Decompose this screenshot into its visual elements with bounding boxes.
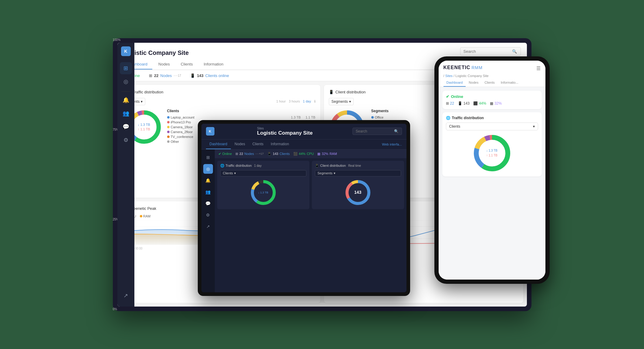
phone-stat-cpu: ⬛ 44% <box>473 101 486 106</box>
phone-check-icon: ✔ <box>446 94 449 99</box>
tablet-sidebar-export[interactable]: ↗ <box>203 222 213 231</box>
search-icon: 🔍 <box>512 49 517 54</box>
phone-ram-icon: ▦ <box>490 101 493 106</box>
phone-menu-icon[interactable]: ☰ <box>536 65 541 71</box>
tablet-status-ram: ▦ 32% RAM <box>317 152 337 156</box>
tablet-search-input[interactable] <box>356 129 392 133</box>
traffic-card-title: Traffic distribution <box>133 90 164 94</box>
segment-dot <box>371 116 374 119</box>
tablet-screen: K Sites Logistic Company Site 🔍 Dashboar… <box>201 124 406 292</box>
tablet-title: Logistic Company Site <box>257 130 312 136</box>
clients-label[interactable]: Clients online <box>205 73 229 78</box>
tablet-sidebar-bell[interactable]: 🔔 <box>203 176 213 185</box>
phone-status-online: ✔ Online <box>446 94 538 99</box>
sidebar-icon-chat[interactable]: 💬 <box>120 121 132 133</box>
tablet-logo: K <box>206 127 214 136</box>
tablet-sidebar-users[interactable]: 👥 <box>203 187 213 197</box>
tablet-traffic-subtitle: 1 day <box>254 164 261 167</box>
tab-information[interactable]: Information <box>199 59 228 69</box>
keenetic-title: Keenetic Peak <box>131 206 157 211</box>
nodes-icon: ⊞ <box>149 73 152 78</box>
tablet-title-area: Sites Logistic Company Site <box>257 127 312 136</box>
tablet-sidebar-dashboard[interactable]: ⊞ <box>203 153 213 162</box>
tab-nodes[interactable]: Nodes <box>153 59 175 69</box>
phone-tab-info[interactable]: Informatio... <box>498 79 521 87</box>
time-tabs: 1 hour 3 hours 1 day ℹ <box>276 99 315 103</box>
tablet-web-interface[interactable]: Web interfa... <box>382 143 402 146</box>
desktop-search-box[interactable]: 🔍 <box>460 47 521 55</box>
phone-device: KEENETIC RMM ☰ / Sites / Logistic Compan… <box>434 56 550 284</box>
chevron-down-icon: ▾ <box>349 99 351 104</box>
tablet-segments-select[interactable]: Segments ▾ <box>315 170 401 176</box>
phone-tab-clients[interactable]: Clients <box>481 79 498 87</box>
tablet-search[interactable]: 🔍 <box>352 128 402 135</box>
phone-sites-link[interactable]: Sites <box>445 74 453 78</box>
tablet-sidebar-monitor[interactable]: ◎ <box>203 164 213 174</box>
phone-tab-dashboard[interactable]: Dashboard <box>443 79 466 87</box>
sidebar-icon-monitor[interactable]: ◎ <box>120 76 132 88</box>
tablet-client-subtitle: Real time <box>348 164 361 167</box>
segments-select[interactable]: Segments ▾ <box>329 98 354 105</box>
phone-tab-nodes[interactable]: Nodes <box>466 79 481 87</box>
time-1d[interactable]: 1 day <box>303 99 311 103</box>
info-icon: ℹ <box>314 99 315 103</box>
tablet-clients-label: Clients <box>279 152 290 156</box>
phone-nodes-count: 22 <box>450 101 454 106</box>
tablet-client-dist-icon: 📱 <box>315 164 319 168</box>
client-dist-title: Client distribution <box>335 90 366 94</box>
tablet-sidebar-settings[interactable]: ⚙ <box>203 210 213 220</box>
phone-breadcrumb: / Sites / Logistic Company Site <box>443 74 541 78</box>
tablet-chevron-icon: ▾ <box>234 171 236 175</box>
tab-clients[interactable]: Clients <box>176 59 198 69</box>
tablet-traffic-donut: ↓ 1.3 TB <box>250 179 277 206</box>
time-1h[interactable]: 1 hour <box>276 99 286 103</box>
nodes-label[interactable]: Nodes <box>160 73 172 78</box>
sidebar-icon-settings[interactable]: ⚙ <box>120 134 132 146</box>
tablet-tab-clients[interactable]: Clients <box>249 139 267 149</box>
phone-body: ✔ Online ⊞ 22 📱 143 ⬛ <box>439 87 545 280</box>
status-nodes: ⊞ 22 Nodes ·····17 <box>149 73 181 78</box>
sidebar-icon-bell[interactable]: 🔔 <box>120 94 132 106</box>
tablet-client-count: 143 <box>354 190 361 196</box>
tablet-header: K Sites Logistic Company Site 🔍 <box>201 124 406 139</box>
tablet-nodes-dots: ·····+17 <box>255 152 264 155</box>
phone-brand: KEENETIC RMM <box>443 65 483 70</box>
client-dot <box>167 121 170 123</box>
tablet-tab-dashboard[interactable]: Dashboard <box>206 139 231 149</box>
sidebar-icon-dashboard[interactable]: ⊞ <box>120 62 132 74</box>
phone-donut-ul: ↑ 1.1 TB <box>486 153 497 158</box>
tablet-client-dist-title: 📱 Client distribution Real time <box>315 164 401 168</box>
client-dot <box>167 140 170 143</box>
tablet-tab-nodes[interactable]: Nodes <box>231 139 249 149</box>
search-input[interactable] <box>464 49 512 54</box>
donut-download: ↓ 1.3 TB <box>138 122 150 127</box>
tablet-dashboard-grid: 🌐 Traffic distribution 1 day Clients ▾ <box>215 158 406 212</box>
phone-stat-clients: 📱 143 <box>458 101 470 106</box>
tablet-clients-select[interactable]: Clients ▾ <box>220 170 306 176</box>
tablet-ram-pct: 32% <box>322 152 328 156</box>
tablet-ram-icon: ▦ <box>317 152 320 156</box>
phone-stat-ram: ▦ 32% <box>490 101 502 106</box>
tablet-nodes-label: Nodes <box>244 152 254 156</box>
phone-stat-nodes: ⊞ 22 <box>446 101 454 106</box>
phone-clients-select[interactable]: Clients ▾ <box>446 122 538 130</box>
phone-screen: KEENETIC RMM ☰ / Sites / Logistic Compan… <box>439 61 545 280</box>
tablet-online-label: Online <box>222 152 232 156</box>
tablet-status-online: ✔ Online <box>218 152 232 156</box>
tablet-body: ⊞ ◎ 🔔 👥 💬 ⚙ ↗ ✔ Online <box>201 149 406 292</box>
nodes-dots: ·····17 <box>174 74 181 77</box>
phone-status-card: ✔ Online ⊞ 22 📱 143 ⬛ <box>442 91 542 109</box>
phone-traffic-card: 🌐 Traffic distribution Clients ▾ <box>442 112 542 176</box>
time-3h[interactable]: 3 hours <box>289 99 300 103</box>
tablet-cpu-icon: ⬛ <box>293 152 298 156</box>
tablet-tab-information[interactable]: Information <box>267 139 293 149</box>
tablet-nodes-icon: ⊞ <box>235 152 238 156</box>
phone-nodes-icon: ⊞ <box>446 101 449 106</box>
sidebar-icon-users[interactable]: 👥 <box>120 107 132 119</box>
tablet-breadcrumb: Sites <box>257 127 312 130</box>
tablet-status-clients: 📱 143 Clients <box>267 152 290 156</box>
tablet-sidebar-chat[interactable]: 💬 <box>203 199 213 208</box>
status-clients: 📱 143 Clients online <box>190 73 229 78</box>
sidebar-icon-export[interactable]: ↗ <box>120 290 132 302</box>
clients-icon: 📱 <box>190 73 195 78</box>
